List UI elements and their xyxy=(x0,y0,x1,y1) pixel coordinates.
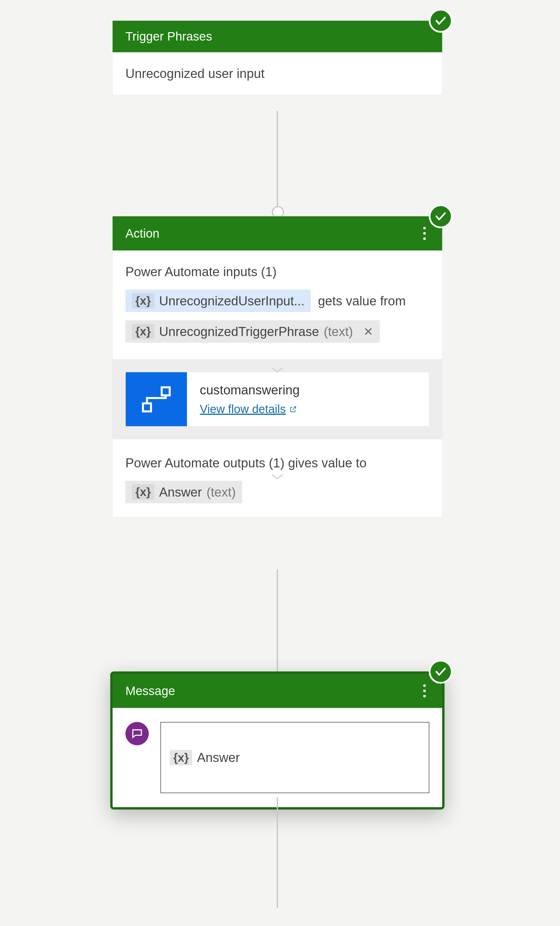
authoring-canvas[interactable]: Trigger Phrases Unrecognized user input … xyxy=(0,0,560,926)
action-outputs-label: Power Automate outputs (1) gives value t… xyxy=(125,456,429,470)
action-inputs-section: Power Automate inputs (1) {x} Unrecogniz… xyxy=(113,250,442,359)
variable-icon: {x} xyxy=(132,484,154,500)
source-variable-token[interactable]: {x} UnrecognizedTriggerPhrase (text) ✕ xyxy=(125,320,380,343)
chevron-down-icon xyxy=(271,366,284,374)
variable-icon: {x} xyxy=(132,293,154,309)
trigger-card-header: Trigger Phrases xyxy=(113,21,442,52)
output-variable-name: Answer xyxy=(159,485,202,499)
more-options-button[interactable] xyxy=(420,225,429,242)
output-variable-type: (text) xyxy=(207,485,235,499)
more-options-button[interactable] xyxy=(420,682,429,699)
trigger-card-title: Trigger Phrases xyxy=(125,29,212,44)
message-bubble-icon xyxy=(125,722,149,745)
view-flow-details-link[interactable]: View flow details xyxy=(200,402,300,416)
gets-value-from-label: gets value from xyxy=(318,294,406,308)
message-variable-name: Answer xyxy=(197,750,240,765)
connector-line xyxy=(277,569,278,672)
input-variable-token[interactable]: {x} UnrecognizedUserInput... xyxy=(125,290,311,312)
flow-tile[interactable]: customanswering View flow details xyxy=(125,372,429,427)
variable-icon: {x} xyxy=(132,324,154,339)
external-link-icon xyxy=(289,406,297,413)
connector-line xyxy=(277,797,278,908)
message-card[interactable]: Message {x} Answer xyxy=(110,672,444,809)
check-icon xyxy=(429,204,453,228)
trigger-card-body: Unrecognized user input xyxy=(113,52,442,95)
message-content-input[interactable]: {x} Answer xyxy=(160,722,429,793)
trigger-phrase-text: Unrecognized user input xyxy=(125,66,264,80)
variable-icon: {x} xyxy=(170,750,192,766)
chevron-down-icon xyxy=(271,473,284,481)
flow-icon xyxy=(126,372,187,426)
output-variable-token[interactable]: {x} Answer (text) xyxy=(125,481,242,503)
connector-line xyxy=(277,111,278,212)
trigger-card[interactable]: Trigger Phrases Unrecognized user input xyxy=(112,20,442,95)
remove-token-button[interactable]: ✕ xyxy=(358,325,373,338)
svg-rect-0 xyxy=(143,403,151,412)
svg-rect-1 xyxy=(162,387,170,395)
action-inputs-label: Power Automate inputs (1) xyxy=(125,265,429,279)
view-flow-details-text: View flow details xyxy=(200,402,286,416)
check-icon xyxy=(429,9,453,33)
message-card-header: Message xyxy=(113,674,442,708)
check-icon xyxy=(429,660,453,684)
flow-name-label: customanswering xyxy=(200,383,300,397)
message-card-body: {x} Answer xyxy=(113,708,442,807)
source-variable-type: (text) xyxy=(324,324,353,339)
input-variable-name: UnrecognizedUserInput... xyxy=(159,294,305,308)
action-card-title: Action xyxy=(125,227,160,241)
action-card-header: Action xyxy=(113,216,442,250)
source-variable-name: UnrecognizedTriggerPhrase xyxy=(159,324,319,339)
message-card-title: Message xyxy=(125,684,175,698)
